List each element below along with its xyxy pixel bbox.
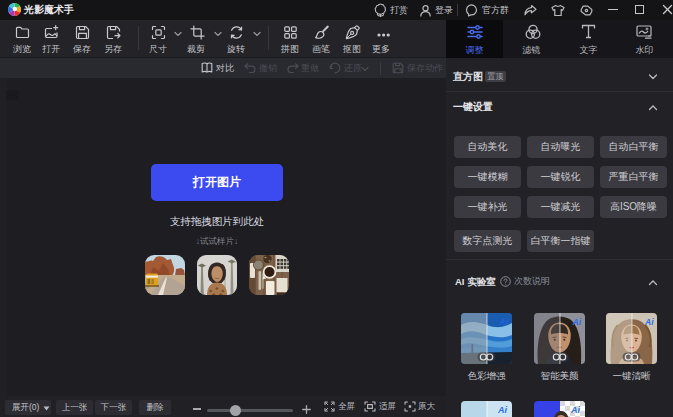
svg-text:Ai: Ai xyxy=(572,317,582,327)
svg-text:Ai: Ai xyxy=(644,317,654,327)
svg-text:Ai: Ai xyxy=(499,317,509,327)
svg-text:Ai: Ai xyxy=(497,405,507,415)
svg-text:Ai: Ai xyxy=(570,405,580,415)
